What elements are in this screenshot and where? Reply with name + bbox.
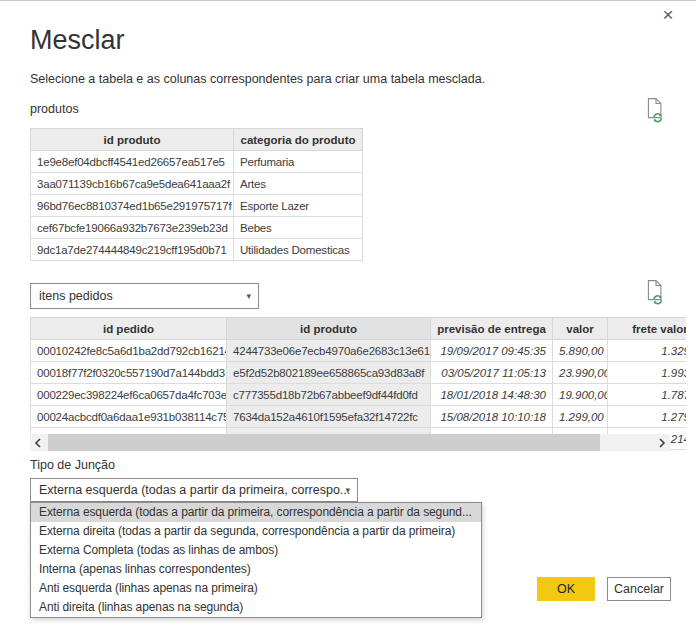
join-type-selector[interactable]: Externa esquerda (todas a partir da prim… bbox=[30, 478, 358, 502]
table-cell[interactable]: Bebes bbox=[234, 217, 363, 239]
chevron-down-icon: ▾ bbox=[246, 291, 251, 301]
join-option[interactable]: Anti direita (linhas apenas na segunda) bbox=[31, 598, 481, 617]
column-header[interactable]: id produto bbox=[31, 129, 234, 151]
table-cell[interactable]: 000229ec398224ef6ca0657da4fc703e bbox=[31, 384, 227, 406]
table-cell[interactable]: 19.900,00 bbox=[553, 384, 608, 406]
merge-dialog: × Mesclar Selecione a tabela e as coluna… bbox=[0, 0, 696, 626]
table-cell[interactable]: 7634da152a4610f1595efa32f14722fc bbox=[227, 406, 431, 428]
table-cell[interactable]: 00010242fe8c5a6d1ba2dd792cb16214 bbox=[31, 340, 227, 362]
dialog-subtitle: Selecione a tabela e as colunas correspo… bbox=[30, 72, 485, 86]
table-cell[interactable]: 00024acbcdf0a6daa1e931b038114c75 bbox=[31, 406, 227, 428]
column-header[interactable]: id pedido bbox=[31, 318, 227, 340]
order-items-table-viewport: id pedidoid produtoprevisão de entregava… bbox=[30, 317, 686, 452]
table-cell[interactable]: 4244733e06e7ecb4970a6e2683c13e61 bbox=[227, 340, 431, 362]
table-cell[interactable]: 3aa071139cb16b67ca9e5dea641aaa2f bbox=[31, 173, 234, 195]
table-cell[interactable]: 1.299,00 bbox=[553, 406, 608, 428]
table-row: 3aa071139cb16b67ca9e5dea641aaa2fArtes bbox=[31, 173, 363, 195]
table-cell[interactable]: 15/08/2018 10:10:18 bbox=[431, 406, 553, 428]
table-cell[interactable]: 23.990,00 bbox=[553, 362, 608, 384]
table-row: 00024acbcdf0a6daa1e931b038114c757634da15… bbox=[31, 406, 687, 428]
table-cell[interactable]: e5f2d52b802189ee658865ca93d83a8f bbox=[227, 362, 431, 384]
table-row: 1e9e8ef04dbcff4541ed26657ea517e5Perfumar… bbox=[31, 151, 363, 173]
table-row: 96bd76ec8810374ed1b65e291975717fEsporte … bbox=[31, 195, 363, 217]
table-cell[interactable]: 03/05/2017 11:05:13 bbox=[431, 362, 553, 384]
column-header[interactable]: valor bbox=[553, 318, 608, 340]
refresh-preview-icon[interactable] bbox=[645, 97, 667, 123]
cancel-button[interactable]: Cancelar bbox=[607, 577, 671, 601]
column-header[interactable]: frete valor bbox=[608, 318, 687, 340]
table-cell[interactable]: 1e9e8ef04dbcff4541ed26657ea517e5 bbox=[31, 151, 234, 173]
refresh-preview-icon[interactable] bbox=[645, 279, 667, 305]
join-option[interactable]: Externa direita (todas a partir da segun… bbox=[31, 522, 481, 541]
scroll-right-arrow-icon[interactable] bbox=[654, 434, 670, 451]
order-items-table: id pedidoid produtoprevisão de entregava… bbox=[30, 317, 686, 450]
second-table-selector-value: itens pedidos bbox=[39, 289, 113, 303]
chevron-down-icon: ▾ bbox=[345, 485, 350, 495]
table-cell[interactable]: 1.329,00 bbox=[608, 340, 687, 362]
join-type-selected-value: Externa esquerda (todas a partir da prim… bbox=[39, 483, 350, 497]
join-options-list: Externa esquerda (todas a partir da prim… bbox=[30, 502, 482, 618]
ok-button[interactable]: OK bbox=[537, 577, 595, 601]
horizontal-scrollbar[interactable] bbox=[30, 434, 670, 451]
column-header[interactable]: categoria do produto bbox=[234, 129, 363, 151]
join-option[interactable]: Externa esquerda (todas a partir da prim… bbox=[31, 503, 481, 522]
join-option[interactable]: Externa Completa (todas as linhas de amb… bbox=[31, 541, 481, 560]
table-cell[interactable]: 5.890,00 bbox=[553, 340, 608, 362]
table-cell[interactable]: 1.993,00 bbox=[608, 362, 687, 384]
table-cell[interactable]: Utilidades Domesticas bbox=[234, 239, 363, 261]
products-table: id produtocategoria do produto1e9e8ef04d… bbox=[30, 128, 363, 261]
dialog-title: Mesclar bbox=[30, 25, 125, 56]
table-cell[interactable]: 96bd76ec8810374ed1b65e291975717f bbox=[31, 195, 234, 217]
table-row: 00010242fe8c5a6d1ba2dd792cb162144244733e… bbox=[31, 340, 687, 362]
table-cell[interactable]: 9dc1a7de274444849c219cff195d0b71 bbox=[31, 239, 234, 261]
table-cell[interactable]: 18/01/2018 14:48:30 bbox=[431, 384, 553, 406]
table-header-row: id pedidoid produtoprevisão de entregava… bbox=[31, 318, 687, 340]
join-option[interactable]: Interna (apenas linhas correspondentes) bbox=[31, 560, 481, 579]
table-cell[interactable]: Esporte Lazer bbox=[234, 195, 363, 217]
table-cell[interactable]: 1.279,00 bbox=[608, 406, 687, 428]
table-cell[interactable]: 19/09/2017 09:45:35 bbox=[431, 340, 553, 362]
close-icon[interactable]: × bbox=[656, 3, 680, 27]
table-cell[interactable]: 1.787,00 bbox=[608, 384, 687, 406]
table-cell[interactable]: 00018f77f2f0320c557190d7a144bdd3 bbox=[31, 362, 227, 384]
first-table-label: produtos bbox=[30, 102, 79, 116]
join-option[interactable]: Anti esquerda (linhas apenas na primeira… bbox=[31, 579, 481, 598]
scrollbar-track[interactable] bbox=[46, 434, 654, 451]
table-row: 000229ec398224ef6ca0657da4fc703ec777355d… bbox=[31, 384, 687, 406]
table-row: cef67bcfe19066a932b7673e239eb23dBebes bbox=[31, 217, 363, 239]
table-cell[interactable]: c777355d18b72b67abbeef9df44fd0fd bbox=[227, 384, 431, 406]
table-header-row: id produtocategoria do produto bbox=[31, 129, 363, 151]
table-cell[interactable]: cef67bcfe19066a932b7673e239eb23d bbox=[31, 217, 234, 239]
table-cell[interactable]: Artes bbox=[234, 173, 363, 195]
scrollbar-thumb[interactable] bbox=[48, 434, 600, 451]
table-row: 00018f77f2f0320c557190d7a144bdd3e5f2d52b… bbox=[31, 362, 687, 384]
column-header[interactable]: previsão de entrega bbox=[431, 318, 553, 340]
second-table-selector[interactable]: itens pedidos ▾ bbox=[30, 283, 259, 309]
table-cell[interactable]: Perfumaria bbox=[234, 151, 363, 173]
table-row: 9dc1a7de274444849c219cff195d0b71Utilidad… bbox=[31, 239, 363, 261]
join-type-label: Tipo de Junção bbox=[30, 458, 115, 472]
scroll-left-arrow-icon[interactable] bbox=[30, 434, 46, 451]
column-header[interactable]: id produto bbox=[227, 318, 431, 340]
